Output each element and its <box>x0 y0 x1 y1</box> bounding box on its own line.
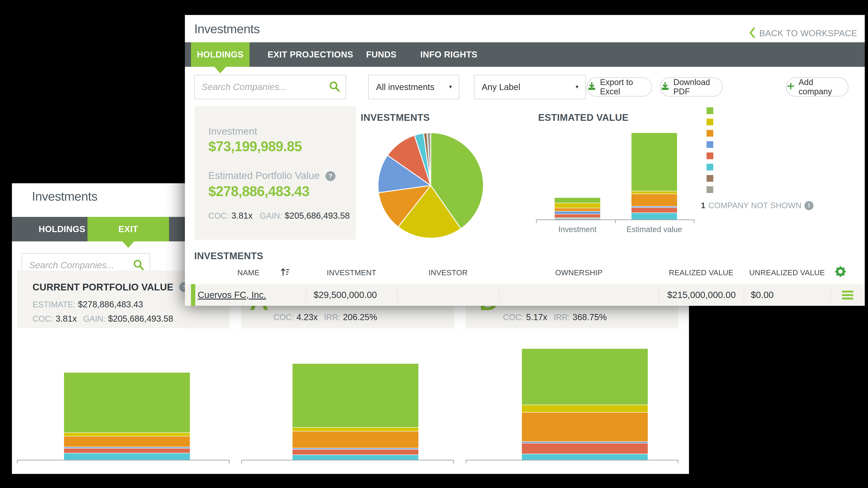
bar-segment-green <box>64 372 190 433</box>
bar-segment-orange <box>64 436 190 447</box>
page-title: Investments <box>32 189 97 203</box>
legend-swatch-cyan <box>707 164 713 170</box>
cell-realized-value: $215,000,000.00 <box>667 290 736 300</box>
bar-segment-yellow <box>522 405 648 413</box>
projection-bar-2[interactable] <box>292 364 418 460</box>
bar-segment-blue <box>555 212 600 214</box>
investment-label: Investment <box>208 125 257 137</box>
column-header-unrealized-value[interactable]: UNREALIZED VALUE <box>744 268 831 277</box>
back-to-workspace-link[interactable]: BACK TO WORKSPACE <box>749 28 857 39</box>
bar-segment-green <box>555 198 600 203</box>
coc-gain-line: COC: 3.81x GAIN: $205,686,493.58 <box>208 211 350 221</box>
table-row[interactable]: Cuervos FC, Inc. $29,500,000.00 $215,000… <box>185 284 865 306</box>
legend-swatch-red <box>707 153 713 159</box>
sort-icon[interactable] <box>280 266 290 278</box>
investments-filter-dropdown[interactable]: All investments ▼ <box>368 75 459 99</box>
investment-value: $73,199,989.85 <box>208 138 302 155</box>
search-placeholder: Search Companies... <box>202 82 287 92</box>
add-company-button[interactable]: Add company <box>786 77 848 97</box>
bar-segment-red <box>631 208 677 213</box>
row-menu-icon[interactable] <box>842 289 853 301</box>
tab-holdings[interactable]: HOLDINGS <box>39 217 85 241</box>
projection-x-axis <box>17 460 229 460</box>
legend-swatch-blue <box>707 141 713 148</box>
bar-segment-orange <box>631 194 677 206</box>
bar-segment-red <box>292 450 418 455</box>
card-heading: CURRENT PORTFOLIO VALUE ? <box>33 282 189 293</box>
coc-irr-line: COC: 5.17x IRR: 368.75% <box>503 312 607 322</box>
column-header-investment[interactable]: INVESTMENT <box>306 268 397 277</box>
tab-info-rights[interactable]: INFO RIGHTS <box>420 42 477 67</box>
bar-segment-orange <box>292 431 418 448</box>
tab-exit-projections[interactable]: EXIT PROJECTIONS <box>88 217 169 241</box>
axis-tick <box>241 460 242 463</box>
row-status-bar <box>191 284 195 306</box>
desktop-background: Investments HOLDINGS EXIT PROJECTIONS Se… <box>0 0 868 488</box>
column-divider <box>831 288 831 302</box>
page-title: Investments <box>194 22 260 36</box>
company-link[interactable]: Cuervos FC, Inc. <box>198 290 266 300</box>
bar-segment-green <box>522 349 648 405</box>
cell-unrealized-value: $0.00 <box>751 290 774 300</box>
bar-chart-title: ESTIMATED VALUE <box>538 112 629 123</box>
axis-tick <box>466 460 466 463</box>
column-divider <box>397 288 398 302</box>
column-header-realized-value[interactable]: REALIZED VALUE <box>659 268 744 277</box>
company-not-shown-note: 1 COMPANY NOT SHOWN ! <box>701 201 813 210</box>
tab-exit-projections[interactable]: EXIT PROJECTIONS <box>268 42 353 67</box>
estimated-value-bar-investment[interactable] <box>555 198 600 220</box>
search-icon <box>133 259 145 271</box>
search-input[interactable]: Search Companies... <box>194 75 346 99</box>
axis-tick <box>17 460 18 463</box>
column-divider <box>499 288 499 302</box>
portfolio-summary-panel: Investment $73,199,989.85 Estimated Port… <box>194 106 356 240</box>
pie-chart-title: INVESTMENTS <box>361 112 430 123</box>
caret-down-icon: ▼ <box>575 84 579 90</box>
projection-bar-1[interactable] <box>64 372 190 460</box>
active-tab-pointer <box>214 67 226 73</box>
legend-swatch-green <box>707 107 713 114</box>
column-divider <box>306 288 306 302</box>
bar-segment-red <box>522 443 648 454</box>
table-settings-gear-icon[interactable] <box>834 265 847 279</box>
label-filter-dropdown[interactable]: Any Label ▼ <box>474 75 586 99</box>
legend-swatch-yellow <box>707 119 713 125</box>
tab-funds[interactable]: FUNDS <box>366 42 397 67</box>
column-divider <box>659 288 659 302</box>
search-icon <box>329 81 340 93</box>
plus-icon <box>786 82 795 92</box>
tab-holdings[interactable]: HOLDINGS <box>191 42 250 67</box>
bar-segment-blue <box>522 442 648 443</box>
legend-swatch-brown <box>707 175 713 182</box>
column-divider <box>744 288 744 302</box>
estimated-value-bar-estimated[interactable] <box>631 133 677 220</box>
help-icon[interactable]: ? <box>326 171 336 181</box>
download-pdf-button[interactable]: Download PDF <box>660 77 723 97</box>
projection-bar-3[interactable] <box>522 349 648 460</box>
bar-segment-green <box>292 364 418 428</box>
bar-segment-yellow <box>292 428 418 431</box>
alert-icon[interactable]: ! <box>804 201 813 210</box>
epv-value: $278,886,483.43 <box>208 183 309 199</box>
bar-segment-cyan <box>292 455 418 460</box>
investments-pie-chart <box>378 132 484 238</box>
bar-segment-yellow <box>555 203 600 208</box>
x-axis-label-estimated-value: Estimated value <box>622 225 687 234</box>
projection-x-axis <box>241 460 454 460</box>
export-to-excel-button[interactable]: Export to Excel <box>587 77 652 97</box>
bar-segment-green <box>631 133 677 191</box>
table-heading: INVESTMENTS <box>194 251 263 261</box>
bar-segment-red <box>555 214 600 218</box>
legend-swatch-gray <box>707 186 713 193</box>
bar-segment-cyan <box>631 213 677 220</box>
estimate-line: ESTIMATE: $278,886,483.43 <box>33 299 143 309</box>
column-header-investor[interactable]: INVESTOR <box>397 268 499 277</box>
column-header-ownership[interactable]: OWNERSHIP <box>499 268 659 277</box>
caret-down-icon: ▼ <box>448 84 453 90</box>
download-icon <box>660 82 670 93</box>
search-placeholder: Search Companies... <box>29 260 114 270</box>
projection-x-axis <box>466 460 678 460</box>
active-tab-pointer <box>122 241 134 248</box>
bar-segment-orange <box>522 413 648 442</box>
front-window: Investments BACK TO WORKSPACE HOLDINGS E… <box>185 15 865 306</box>
